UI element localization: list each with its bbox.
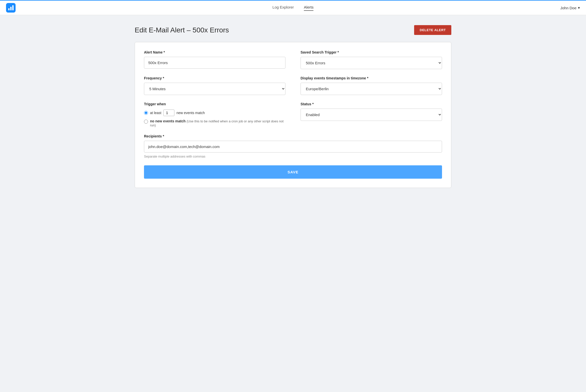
logo-bar-1 — [8, 8, 10, 10]
alert-name-input[interactable] — [144, 57, 285, 69]
trigger-no-events-row: no new events match (Use this to be noti… — [144, 119, 285, 127]
logo-bar-3 — [12, 5, 14, 10]
save-section: SAVE — [144, 165, 442, 179]
saved-search-trigger-group: Saved Search Trigger * 500x Errors — [301, 50, 442, 69]
user-menu[interactable]: John Doe ▾ — [560, 6, 580, 10]
trigger-suffix: new events match — [176, 111, 205, 115]
main-nav: Log Explorer Alerts — [272, 5, 313, 11]
at-least-label: at least — [150, 111, 161, 115]
recipients-input[interactable] — [144, 141, 442, 153]
trigger-no-events-radio[interactable] — [144, 120, 148, 124]
main-content: Edit E-Mail Alert – 500x Errors DELETE A… — [127, 15, 459, 198]
trigger-radio-group: at least new events match no new events … — [144, 110, 285, 127]
recipients-hint: Separate multiple addresses with commas — [144, 155, 442, 158]
recipients-group: Recipients * Separate multiple addresses… — [144, 134, 442, 158]
page-header: Edit E-Mail Alert – 500x Errors DELETE A… — [135, 25, 451, 35]
status-select[interactable]: Enabled Disabled — [301, 109, 442, 121]
save-button[interactable]: SAVE — [144, 165, 442, 179]
status-group: Status * Enabled Disabled — [301, 102, 442, 127]
trigger-no-events-label: no new events match (Use this to be noti… — [150, 119, 285, 127]
trigger-when-section: Trigger when at least new events match n — [144, 102, 285, 127]
saved-search-trigger-select[interactable]: 500x Errors — [301, 57, 442, 69]
alert-name-label: Alert Name * — [144, 50, 285, 54]
form-card: Alert Name * Saved Search Trigger * 500x… — [135, 42, 451, 188]
trigger-at-least-text: at least — [150, 111, 161, 115]
logo — [6, 3, 16, 13]
logo-icon — [6, 3, 16, 13]
nav-alerts[interactable]: Alerts — [304, 5, 313, 11]
recipients-label: Recipients * — [144, 134, 442, 138]
nav-log-explorer[interactable]: Log Explorer — [272, 5, 294, 11]
timezone-select[interactable]: Europe/Berlin UTC America/New_York Ameri… — [301, 83, 442, 95]
frequency-group: Frequency * 1 Minute 5 Minutes 15 Minute… — [144, 76, 285, 95]
trigger-count-input[interactable] — [163, 110, 174, 116]
user-dropdown-icon: ▾ — [578, 6, 580, 10]
timezone-label: Display events timestamps in timezone * — [301, 76, 442, 80]
logo-bars — [8, 5, 14, 10]
page-title: Edit E-Mail Alert – 500x Errors — [135, 26, 229, 34]
frequency-select[interactable]: 1 Minute 5 Minutes 15 Minutes 30 Minutes… — [144, 83, 285, 95]
trigger-at-least-row: at least new events match — [144, 110, 285, 116]
app-header: Log Explorer Alerts John Doe ▾ — [0, 0, 586, 15]
no-events-bold-text: no new events match — [150, 119, 186, 123]
trigger-at-least-radio[interactable] — [144, 111, 148, 115]
saved-search-trigger-label: Saved Search Trigger * — [301, 50, 442, 54]
trigger-when-label: Trigger when — [144, 102, 285, 106]
delete-alert-button[interactable]: DELETE ALERT — [414, 25, 451, 35]
form-grid: Alert Name * Saved Search Trigger * 500x… — [144, 50, 442, 179]
timezone-group: Display events timestamps in timezone * … — [301, 76, 442, 95]
logo-bar-2 — [10, 7, 12, 10]
status-label: Status * — [301, 102, 442, 106]
alert-name-group: Alert Name * — [144, 50, 285, 69]
frequency-label: Frequency * — [144, 76, 285, 80]
user-name: John Doe — [560, 6, 576, 10]
